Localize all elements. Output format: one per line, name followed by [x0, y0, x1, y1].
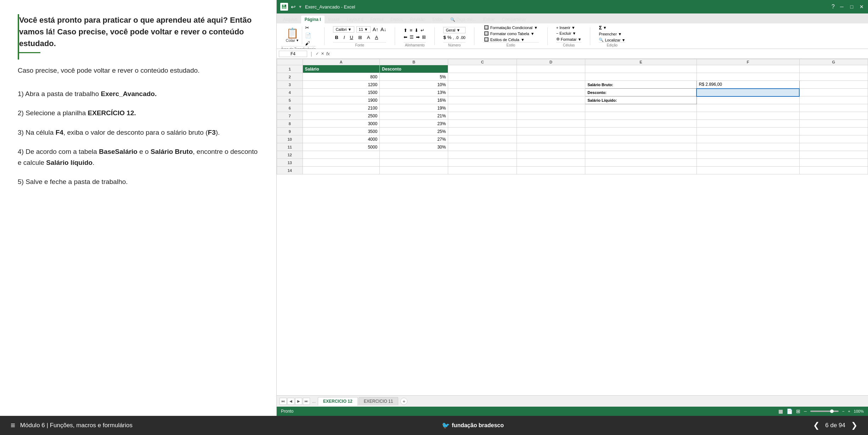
- cell-styles-btn[interactable]: 🔲 Estilos de Célula ▼: [483, 37, 539, 42]
- cell-a1[interactable]: Salário: [303, 65, 380, 73]
- cell-e14[interactable]: [585, 167, 697, 174]
- cell-e13[interactable]: [585, 159, 697, 167]
- sheet-tab-active[interactable]: EXERCICIO 12: [318, 397, 358, 406]
- fill-btn[interactable]: Preencher ▼: [599, 32, 625, 36]
- colar-dropdown[interactable]: ▼: [296, 39, 299, 42]
- cell-g13[interactable]: [799, 159, 868, 167]
- cell-c2[interactable]: [448, 73, 517, 81]
- cell-a7[interactable]: 2500: [303, 112, 380, 120]
- font-name-dropdown[interactable]: Calibri ▼: [333, 26, 354, 33]
- cell-a5[interactable]: 1900: [303, 96, 380, 104]
- cell-f12[interactable]: [697, 151, 799, 159]
- cell-b11[interactable]: 30%: [380, 143, 448, 151]
- cell-c7[interactable]: [448, 112, 517, 120]
- cell-e11[interactable]: [585, 143, 697, 151]
- cell-d7[interactable]: [517, 112, 585, 120]
- delete-dropdown[interactable]: ▼: [572, 31, 576, 35]
- wrap-text-btn[interactable]: ↵: [421, 28, 424, 33]
- add-sheet-btn[interactable]: +: [400, 398, 407, 405]
- col-header-b[interactable]: B: [380, 59, 448, 65]
- tab-diga[interactable]: 🔍 Diga-me...: [447, 16, 480, 23]
- cut-btn[interactable]: ✂: [305, 25, 311, 30]
- close-btn[interactable]: ✕: [859, 4, 864, 10]
- delete-cells-btn[interactable]: − Excluir ▼: [556, 31, 582, 35]
- cell-b7[interactable]: 21%: [380, 112, 448, 120]
- cell-e8[interactable]: [585, 120, 697, 128]
- cell-c3[interactable]: [448, 81, 517, 89]
- tab-pagina[interactable]: Página I: [301, 16, 325, 23]
- insert-cells-btn[interactable]: + Inserir ▼: [556, 26, 582, 30]
- tab-layout[interactable]: Layout d: [343, 16, 367, 23]
- cell-a3[interactable]: 1200: [303, 81, 380, 89]
- cell-b5[interactable]: 16%: [380, 96, 448, 104]
- cell-f9[interactable]: [697, 128, 799, 135]
- cell-g1[interactable]: [799, 65, 868, 73]
- cell-a8[interactable]: 3000: [303, 120, 380, 128]
- col-header-g[interactable]: G: [799, 59, 868, 65]
- bold-btn[interactable]: B: [333, 34, 340, 41]
- col-header-d[interactable]: D: [517, 59, 585, 65]
- cell-g9[interactable]: [799, 128, 868, 135]
- cell-c14[interactable]: [448, 167, 517, 174]
- save-icon[interactable]: [280, 3, 288, 11]
- sheet-nav-last[interactable]: ⏭: [303, 398, 310, 405]
- currency-btn[interactable]: $: [443, 35, 446, 40]
- cell-c6[interactable]: [448, 104, 517, 112]
- cell-d6[interactable]: [517, 104, 585, 112]
- cell-c13[interactable]: [448, 159, 517, 167]
- increase-font-btn[interactable]: A↑: [373, 27, 378, 32]
- cell-reference-box[interactable]: F4: [279, 51, 307, 57]
- cell-g14[interactable]: [799, 167, 868, 174]
- align-left-btn[interactable]: ⬅: [404, 34, 407, 40]
- fill-dropdown[interactable]: ▼: [618, 32, 622, 36]
- tab-entrar[interactable]: Entrar: [480, 16, 498, 23]
- undo-icon[interactable]: ↩: [291, 4, 295, 10]
- cell-b12[interactable]: [380, 151, 448, 159]
- tab-revisao[interactable]: Revisão: [406, 16, 429, 23]
- status-minus[interactable]: −: [842, 409, 844, 413]
- colar-btn[interactable]: 📋 Colar ▼: [286, 28, 299, 43]
- hamburger-icon[interactable]: ≡: [11, 421, 15, 430]
- cell-f2[interactable]: [697, 73, 799, 81]
- align-middle-btn[interactable]: ≡: [410, 28, 412, 33]
- cell-g12[interactable]: [799, 151, 868, 159]
- merge-btn[interactable]: ⊞: [422, 34, 426, 40]
- cell-b1[interactable]: Desconto: [380, 65, 448, 73]
- cond-dropdown[interactable]: ▼: [534, 26, 538, 30]
- col-header-a[interactable]: A: [303, 59, 380, 65]
- cell-c1[interactable]: [448, 65, 517, 73]
- cell-c5[interactable]: [448, 96, 517, 104]
- cell-d11[interactable]: [517, 143, 585, 151]
- border-btn[interactable]: ⊞: [357, 34, 363, 40]
- sheet-nav-first[interactable]: ⏮: [280, 398, 287, 405]
- cell-b3[interactable]: 10%: [380, 81, 448, 89]
- font-size-dropdown[interactable]: 11 ▼: [356, 26, 371, 33]
- align-bottom-btn[interactable]: ⬇: [415, 28, 418, 33]
- cell-d4[interactable]: [517, 89, 585, 96]
- cell-c12[interactable]: [448, 151, 517, 159]
- cell-g7[interactable]: [799, 112, 868, 120]
- sheet-nav-next[interactable]: ▶: [295, 398, 302, 405]
- cell-f8[interactable]: [697, 120, 799, 128]
- copy-btn[interactable]: 📄: [305, 33, 311, 38]
- decrease-decimal-btn[interactable]: .00: [460, 35, 465, 40]
- cell-e6[interactable]: [585, 104, 697, 112]
- sum-btn[interactable]: Σ ▼: [599, 25, 625, 30]
- cell-d12[interactable]: [517, 151, 585, 159]
- status-layout-icon[interactable]: ⊞: [796, 408, 800, 414]
- status-page-icon[interactable]: 📄: [787, 408, 793, 414]
- italic-btn[interactable]: I: [342, 34, 346, 40]
- cell-c11[interactable]: [448, 143, 517, 151]
- styles-dropdown[interactable]: ▼: [521, 38, 525, 42]
- cell-b4[interactable]: 13%: [380, 89, 448, 96]
- restore-btn[interactable]: □: [849, 4, 855, 10]
- cell-d3[interactable]: [517, 81, 585, 89]
- cancel-formula-btn[interactable]: ✕: [321, 51, 324, 56]
- cell-e4[interactable]: Desconto:: [585, 89, 697, 96]
- sum-dropdown[interactable]: ▼: [603, 26, 607, 30]
- cell-g4[interactable]: [799, 89, 868, 96]
- cell-b8[interactable]: 23%: [380, 120, 448, 128]
- cell-c4[interactable]: [448, 89, 517, 96]
- cell-g3[interactable]: [799, 81, 868, 89]
- zoom-slider[interactable]: [810, 411, 839, 412]
